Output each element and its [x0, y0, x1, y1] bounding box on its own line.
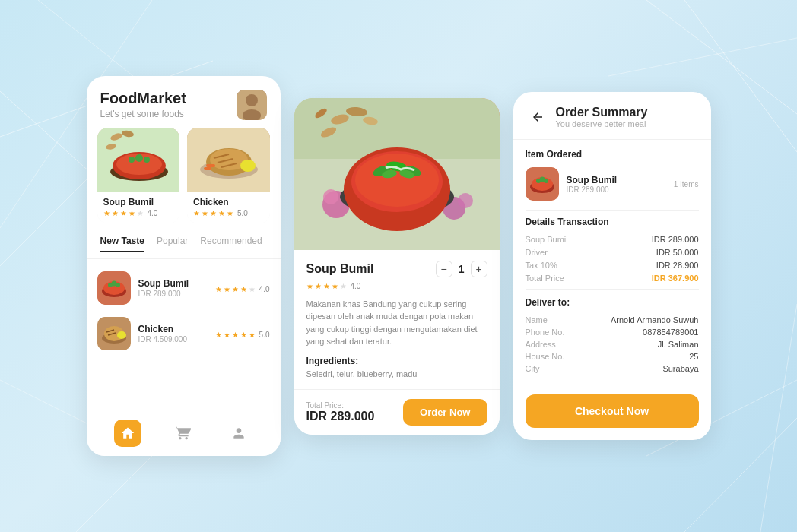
svg-point-73	[544, 179, 548, 183]
svg-point-51	[323, 189, 338, 204]
transaction-label-total: Total Price	[526, 274, 564, 283]
svg-rect-34	[206, 164, 215, 167]
avatar-image	[237, 90, 267, 120]
deliver-value-2: Jl. Saliman	[658, 340, 699, 349]
app-subtitle: Let's get some foods	[100, 109, 186, 119]
list-chicken-price: IDR 4.509.000	[138, 335, 208, 344]
foodmarket-panel: FoodMarket Let's get some foods	[87, 76, 281, 456]
deliver-row-4: City Surabaya	[526, 364, 699, 373]
quantity-value: 1	[459, 263, 465, 275]
svg-line-9	[608, 38, 797, 76]
featured-cards: Soup Bumil ★ ★ ★ ★ ★ 4.0	[87, 128, 281, 233]
list-item[interactable]: Soup Bumil IDR 289.000 ★ ★ ★ ★ ★ 4.0	[97, 265, 270, 311]
featured-card-chicken-stars: ★ ★ ★ ★ ★ 5.0	[193, 209, 264, 217]
tab-popular[interactable]: Popular	[157, 236, 188, 252]
featured-chicken-rating: 5.0	[237, 209, 248, 217]
deliver-row-3: House No. 25	[526, 352, 699, 361]
food-detail-name: Soup Bumil	[306, 262, 374, 276]
svg-rect-35	[204, 167, 211, 170]
deliver-label-1: Phone No.	[526, 328, 565, 337]
ingredients-label: Ingredients:	[306, 356, 487, 366]
svg-point-33	[240, 160, 256, 172]
food-list: Soup Bumil IDR 289.000 ★ ★ ★ ★ ★ 4.0	[87, 259, 281, 410]
order-summary-header: Order Summary You deserve better meal	[513, 92, 711, 140]
food-detail-image	[294, 98, 500, 250]
featured-card-soup-info: Soup Bumil ★ ★ ★ ★ ★ 4.0	[97, 192, 180, 223]
deliver-label-4: City	[526, 364, 540, 373]
svg-point-41	[116, 283, 120, 287]
order-summary-subtitle: You deserve better meal	[556, 119, 648, 128]
star-1: ★	[103, 209, 110, 217]
items-ordered-label: Item Ordered	[526, 149, 699, 160]
ordered-item-row: Soup Bumil IDR 289.000 1 Items	[526, 167, 699, 201]
total-price-section: Total Price: IDR 289.000	[306, 401, 375, 423]
checkout-now-button[interactable]: Checkout Now	[526, 394, 699, 428]
order-summary-title: Order Summary	[556, 106, 648, 119]
svg-point-21	[135, 154, 143, 162]
transaction-row-total: Total Price IDR 367.900	[526, 274, 699, 283]
deliver-label-3: House No.	[526, 352, 565, 361]
svg-point-14	[246, 94, 258, 106]
food-detail-stars: ★ ★ ★ ★ ★ 4.0	[306, 282, 487, 290]
order-now-button[interactable]: Order Now	[403, 399, 487, 426]
food-title-row: Soup Bumil − 1 +	[306, 261, 487, 277]
ordered-item-name: Soup Bumil	[567, 175, 666, 185]
transaction-value-1: IDR 50.000	[656, 248, 699, 257]
order-bar: Total Price: IDR 289.000 Order Now	[294, 389, 500, 435]
panels-wrapper: FoodMarket Let's get some foods	[87, 76, 711, 456]
list-soup-price: IDR 289.000	[138, 290, 208, 298]
nav-profile-button[interactable]	[225, 420, 252, 447]
deliver-section: Deliver to: Name Arnold Armando Suwuh Ph…	[526, 297, 699, 373]
transaction-label-2: Tax 10%	[526, 261, 557, 270]
star-4: ★	[129, 209, 135, 217]
avatar[interactable]	[237, 90, 267, 120]
divider-2	[526, 289, 699, 290]
featured-card-chicken[interactable]: Chicken ★ ★ ★ ★ ★ 5.0	[187, 128, 270, 223]
list-item[interactable]: Chicken IDR 4.509.000 ★ ★ ★ ★ ★ 5.0	[97, 311, 270, 356]
back-button[interactable]	[527, 106, 548, 128]
category-tabs: New Taste Popular Recommended	[87, 233, 281, 259]
ordered-item-price: IDR 289.000	[567, 185, 666, 194]
quantity-increase-button[interactable]: +	[471, 261, 487, 277]
featured-soup-rating: 4.0	[148, 209, 158, 217]
divider-1	[526, 210, 699, 211]
tab-new-taste[interactable]: New Taste	[100, 236, 144, 252]
featured-card-chicken-info: Chicken ★ ★ ★ ★ ★ 5.0	[187, 192, 270, 223]
quantity-control: − 1 +	[436, 261, 487, 277]
featured-card-soup-stars: ★ ★ ★ ★ ★ 4.0	[103, 209, 174, 217]
food-detail-panel: Soup Bumil − 1 + ★ ★ ★ ★ ★ 4.0 Makanan k…	[294, 98, 500, 435]
deliver-title: Deliver to:	[526, 297, 699, 308]
order-summary-content: Item Ordered Soup Bumil IDR 289.000	[513, 140, 711, 385]
total-price-value: IDR 289.000	[306, 410, 375, 423]
ingredients-value: Seledri, telur, blueberry, madu	[306, 369, 487, 378]
ordered-item-image	[526, 167, 559, 201]
transaction-row-2: Tax 10% IDR 28.900	[526, 261, 699, 270]
app-title: FoodMarket	[100, 90, 186, 107]
chicken-card-image	[187, 128, 270, 192]
featured-card-soup[interactable]: Soup Bumil ★ ★ ★ ★ ★ 4.0	[97, 128, 180, 223]
quantity-decrease-button[interactable]: −	[436, 261, 452, 277]
transaction-value-2: IDR 28.900	[656, 261, 699, 270]
nav-cart-button[interactable]	[170, 420, 197, 447]
order-summary-panel: Order Summary You deserve better meal It…	[513, 92, 711, 440]
app-header: FoodMarket Let's get some foods	[87, 76, 281, 128]
details-transaction-label: Details Transaction	[526, 217, 699, 227]
list-item-chicken-image	[97, 317, 131, 350]
svg-point-47	[117, 331, 126, 339]
transaction-label-0: Soup Bumil	[526, 235, 568, 244]
transaction-row-1: Driver IDR 50.000	[526, 248, 699, 257]
list-soup-rating: ★ ★ ★ ★ ★ 4.0	[215, 283, 270, 293]
total-price-label: Total Price:	[306, 401, 375, 410]
deliver-label-0: Name	[526, 315, 548, 325]
ordered-item-qty: 1 Items	[674, 180, 699, 188]
star-2: ★	[112, 209, 119, 217]
food-description: Makanan khas Bandung yang cukup sering d…	[306, 298, 487, 348]
tab-recommended[interactable]: Recommended	[200, 236, 262, 252]
nav-home-button[interactable]	[114, 420, 141, 447]
food-detail-rating: 4.0	[351, 282, 361, 290]
deliver-label-2: Address	[526, 340, 556, 349]
featured-card-soup-name: Soup Bumil	[103, 197, 174, 207]
deliver-row-1: Phone No. 087854789001	[526, 328, 699, 337]
deliver-value-0: Arnold Armando Suwuh	[611, 315, 699, 325]
svg-point-57	[355, 154, 439, 207]
